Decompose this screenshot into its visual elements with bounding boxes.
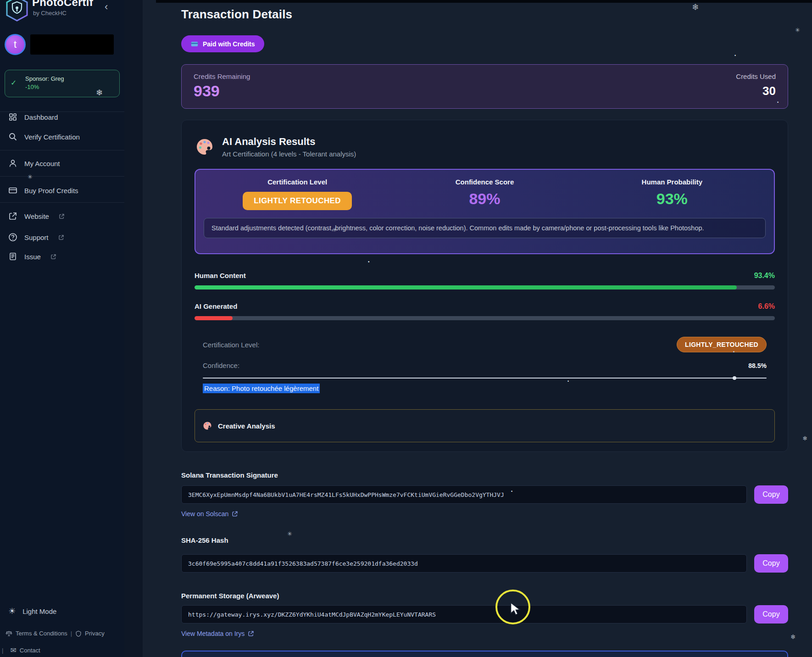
view-metadata-irys-link[interactable]: View Metadata on Irys [181,630,254,637]
confidence-slider-handle[interactable] [733,376,736,380]
detail-confidence-label: Confidence: [203,362,239,369]
certification-level-badge: LIGHTLY RETOUCHED [243,192,352,210]
credits-used-value: 30 [736,84,776,98]
sponsor-discount: -10% [25,84,39,90]
external-link-icon [248,630,254,637]
contact-row: | ✉ Contact [2,646,40,655]
certification-level-column: Certification Level LIGHTLY RETOUCHED [204,178,391,210]
human-probability-label: Human Probability [578,178,766,186]
sidebar-item-dashboard[interactable]: Dashboard [0,108,124,126]
redacted-username [30,34,114,55]
sidebar-item-label: My Account [24,160,60,167]
page-title: Transaction Details [181,7,788,22]
confidence-score-column: Confidence Score 89% [391,178,578,210]
arweave-url-field[interactable]: https://gateway.irys.xyz/DKZZ6YdYKhiU4at… [181,605,747,624]
ai-analysis-subtitle: Art Certification (4 levels - Tolerant a… [222,150,356,158]
sidebar-item-label: Buy Proof Credits [24,187,78,195]
confidence-score-value: 89% [391,190,578,208]
separator: | [71,630,72,637]
ai-generated-bar [195,316,775,320]
snowflake-icon: ❄ [96,88,103,98]
sidebar-collapse-icon[interactable]: ‹ [105,1,108,13]
sidebar-item-label: Issue [24,253,41,261]
certification-level-label: Certification Level [204,178,391,186]
avatar[interactable]: t [5,34,26,55]
credits-panel: Credits Remaining 939 Credits Used 30 [181,64,788,109]
analysis-description: Standard adjustments detected (contrast,… [204,218,766,238]
sidebar-item-support[interactable]: Support [0,228,124,246]
sidebar: PhotoCertif by CheckHC ‹ t ✓ Sponsor: Gr… [0,0,124,657]
help-circle-icon [8,233,17,242]
ai-generated-row: AI Generated 6.6% [195,302,775,311]
palette-icon [202,421,212,431]
sidebar-item-label: Verify Certification [24,133,80,141]
ai-generated-label: AI Generated [195,302,237,310]
sponsor-name: Sponsor: Greg [25,75,64,82]
human-content-label: Human Content [195,272,246,279]
human-content-row: Human Content 93.4% [195,272,775,280]
solana-signature-row: 3EMC6XyxEpUmnMsdpf4Na6BUkbV1uA7HE4rsMZ41… [181,485,788,504]
sha256-field[interactable]: 3c60f69e5995a407c8dd41a91f3526383ad57387… [181,554,747,573]
paid-with-credits-badge: Paid with Credits [181,35,264,52]
sidebar-item-website[interactable]: Website [0,207,124,225]
sidebar-item-label: Support [24,234,49,241]
ai-analysis-title: AI Analysis Results [222,136,356,148]
confidence-score-label: Confidence Score [391,178,578,186]
sidebar-item-issue[interactable]: Issue [0,247,124,266]
copy-solana-button[interactable]: Copy [754,485,788,504]
sha256-label: SHA-256 Hash [181,536,788,544]
copy-arweave-button[interactable]: Copy [754,605,788,624]
solana-signature-field[interactable]: 3EMC6XyxEpUmnMsdpf4Na6BUkbV1uA7HE4rsMZ41… [181,485,747,504]
copy-sha256-button[interactable]: Copy [754,554,788,573]
reason-row: Reason: Photo retouchée légèrement [203,384,767,393]
detail-level-badge: LIGHTLY_RETOUCHED [677,337,767,352]
sponsor-card: ✓ Sponsor: Greg -10% ❄ [5,70,120,97]
terms-link[interactable]: Terms & Conditions [16,630,67,637]
light-mode-label: Light Mode [22,607,56,615]
sidebar-item-buy-proof-credits[interactable]: Buy Proof Credits [0,181,124,200]
external-link-icon [59,213,65,219]
light-mode-toggle[interactable]: ☀ Light Mode [0,605,56,618]
sidebar-item-my-account[interactable]: My Account [0,154,124,173]
user-row: t [0,34,124,61]
document-icon [8,252,17,261]
detail-confidence-value: 88.5% [748,362,767,369]
dashboard-grid-icon [8,112,17,122]
external-link-icon [232,511,238,517]
main-area: Transaction Details Paid with Credits Cr… [142,0,812,657]
mouse-cursor-icon [509,602,522,616]
credits-remaining-label: Credits Remaining [194,72,250,80]
sidebar-item-label: Website [24,212,49,220]
contact-link[interactable]: Contact [20,647,40,654]
divider [0,150,124,150]
solana-signature-label: Solana Transaction Signature [181,471,788,479]
palette-icon [195,137,215,157]
app-name: PhotoCertif [32,0,93,9]
external-link-icon [58,234,64,240]
human-content-bar-fill [195,285,737,290]
arweave-row: https://gateway.irys.xyz/DKZZ6YdYKhiU4at… [181,605,788,624]
human-probability-value: 93% [578,190,766,208]
creative-analysis-box[interactable]: Creative Analysis [195,409,775,442]
view-on-solscan-link[interactable]: View on Solscan [181,510,238,518]
timestamp-banner: Your hash is now permanently timestamped… [181,651,788,657]
divider [0,202,124,203]
human-probability-column: Human Probability 93% [578,178,766,210]
credits-used-label: Credits Used [736,72,776,80]
sidebar-item-label: Dashboard [24,113,58,121]
content-column: Transaction Details Paid with Credits Cr… [181,0,788,657]
confidence-slider[interactable] [203,378,767,379]
scales-icon [6,630,12,637]
creative-analysis-title: Creative Analysis [218,422,275,430]
external-link-icon [50,254,56,260]
sidebar-item-verify-certification[interactable]: Verify Certification [0,128,124,146]
search-icon [8,132,17,141]
credits-remaining-value: 939 [194,82,250,100]
privacy-link[interactable]: Privacy [85,630,105,637]
separator: | [2,647,3,654]
human-content-value: 93.4% [754,272,775,280]
sha256-row: 3c60f69e5995a407c8dd41a91f3526383ad57387… [181,554,788,573]
ai-generated-value: 6.6% [758,302,775,311]
ai-analysis-card: AI Analysis Results Art Certification (4… [181,120,788,452]
app-byline: by CheckHC [33,10,67,17]
